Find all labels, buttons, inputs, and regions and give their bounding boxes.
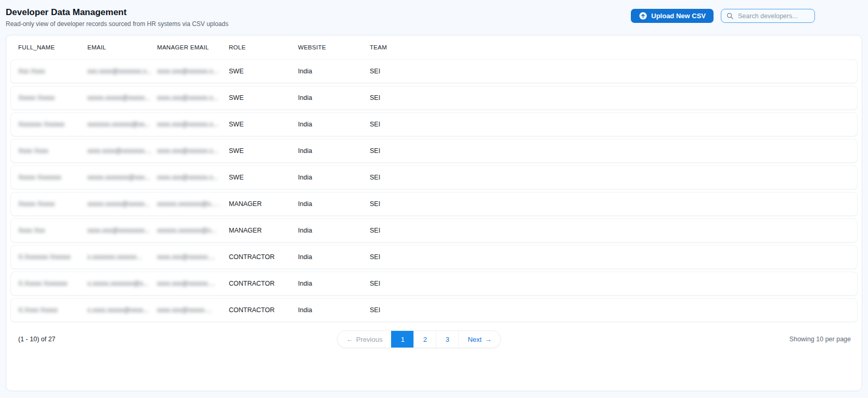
per-page-label: Showing 10 per page [747, 336, 851, 343]
cell-team: SEI [370, 147, 857, 155]
cell-manager-email-redacted: xxxx.xxx@xxxxxx.x... [157, 94, 229, 101]
cell-manager-email-redacted: xxxxxx.xxxxxxx@x... [157, 227, 229, 234]
table-header-row: FULL_NAME EMAIL MANAGER EMAIL ROLE WEBSI… [10, 35, 858, 59]
cell-website: India [298, 253, 370, 261]
cell-email-redacted: xxxxx.xxxxx@xxxxx... [87, 200, 157, 208]
cell-full-name-redacted: Xxxxx Xxxxx [18, 94, 87, 101]
cell-team: SEI [370, 227, 857, 234]
results-range-label: (1 - 10) of 27 [18, 336, 122, 343]
arrow-left-icon: ← [346, 336, 353, 343]
upload-csv-button[interactable]: Upload New CSV [631, 9, 714, 23]
cell-role: CONTRACTOR [229, 306, 298, 314]
cell-email-redacted: xxxx.xxx@xxxxxxxx... [87, 227, 157, 234]
column-header-email: EMAIL [87, 44, 157, 50]
pagination-page-1[interactable]: 1 [391, 331, 413, 348]
cell-full-name-redacted: X.Xxxx Xxxxx [18, 306, 87, 314]
cell-website: India [298, 147, 370, 155]
search-icon [726, 12, 734, 20]
cell-email-redacted: xxxx.xxxx@xxxxxxx.... [87, 147, 157, 155]
cell-email-redacted: xxxxxxx.xxxxxx@xx... [87, 121, 157, 128]
cell-manager-email-redacted: xxxx.xxx@xxxxxx.... [157, 253, 229, 261]
cell-full-name-redacted: Xxxx Xxxx [18, 147, 87, 155]
table-row: Xxxxxxx Xxxxxx xxxxxxx.xxxxxx@xx... xxxx… [10, 112, 858, 136]
cell-role: SWE [229, 147, 298, 155]
cell-role: CONTRACTOR [229, 253, 298, 261]
upload-icon [639, 11, 647, 20]
table-row: Xxxx Xxx xxxx.xxx@xxxxxxxx... xxxxxx.xxx… [10, 219, 858, 242]
column-header-full-name: FULL_NAME [18, 44, 87, 50]
table-row: Xxxxx Xxxxxxx xxxxx.xxxxxxx@xxx... xxxx.… [10, 165, 858, 189]
cell-full-name-redacted: Xxx Xxxx [18, 68, 87, 75]
cell-website: India [298, 200, 370, 208]
cell-team: SEI [370, 68, 857, 75]
developers-table-card: FULL_NAME EMAIL MANAGER EMAIL ROLE WEBSI… [6, 35, 862, 391]
cell-role: SWE [229, 121, 298, 128]
topbar: Developer Data Management Read-only view… [6, 0, 862, 28]
cell-manager-email-redacted: xxxx.xxx@xxxxxx.x... [157, 68, 229, 75]
pagination-page-2[interactable]: 2 [413, 331, 436, 348]
table-row: X.Xxxxxxx Xxxxxx x.xxxxxxx.xxxxxx... xxx… [10, 245, 858, 269]
cell-team: SEI [370, 94, 857, 101]
table-row: Xxx Xxxx xxx.xxxx@xxxxxxx.x... xxxx.xxx@… [10, 59, 858, 83]
page-title: Developer Data Management [6, 7, 228, 18]
cell-manager-email-redacted: xxxx.xxx@xxxxxx.... [157, 280, 229, 287]
cell-team: SEI [370, 280, 857, 287]
cell-website: India [298, 121, 370, 128]
table-row: X.Xxxxx Xxxxxxx x.xxxxx.xxxxxxx@x... xxx… [10, 272, 858, 296]
cell-website: India [298, 227, 370, 234]
cell-manager-email-redacted: xxxx.xxx@xxxxx.... [157, 306, 229, 314]
cell-full-name-redacted: Xxxxx Xxxxx [18, 200, 87, 208]
table-footer: (1 - 10) of 27 ← Previous 1 2 3 Next → S… [10, 330, 858, 348]
page-subtitle: Read-only view of developer records sour… [6, 20, 228, 28]
previous-label: Previous [356, 336, 383, 343]
table-row: Xxxxx Xxxxx xxxxx.xxxxx@xxxxx... xxxx.xx… [10, 86, 858, 110]
next-label: Next [468, 336, 482, 343]
page: Developer Data Management Read-only view… [0, 0, 868, 391]
cell-email-redacted: xxxxx.xxxxx@xxxxx... [87, 94, 157, 101]
cell-email-redacted: x.xxxxx.xxxxxxx@x... [87, 280, 157, 287]
table-row: Xxxxx Xxxxx xxxxx.xxxxx@xxxxx... xxxxxx.… [10, 192, 858, 216]
cell-role: MANAGER [229, 200, 298, 208]
cell-full-name-redacted: Xxxxx Xxxxxxx [18, 174, 87, 181]
cell-team: SEI [370, 174, 857, 181]
cell-website: India [298, 280, 370, 287]
cell-manager-email-redacted: xxxx.xxx@xxxxxx.x... [157, 121, 229, 128]
cell-team: SEI [370, 121, 857, 128]
arrow-right-icon: → [485, 336, 491, 343]
cell-manager-email-redacted: xxxx.xxx@xxxxxx.x... [157, 174, 229, 181]
column-header-role: ROLE [229, 44, 298, 50]
pagination-next-button[interactable]: Next → [458, 331, 500, 348]
table-row: X.Xxxx Xxxxx x.xxxx.xxxxx@xxxx... xxxx.x… [10, 298, 858, 322]
pagination-previous-button[interactable]: ← Previous [338, 331, 392, 348]
cell-role: SWE [229, 94, 298, 101]
cell-team: SEI [370, 253, 857, 261]
cell-team: SEI [370, 200, 857, 208]
cell-full-name-redacted: Xxxxxxx Xxxxxx [18, 121, 87, 128]
cell-full-name-redacted: Xxxx Xxx [18, 227, 87, 234]
column-header-manager-email: MANAGER EMAIL [157, 44, 229, 50]
cell-full-name-redacted: X.Xxxxx Xxxxxxx [18, 280, 87, 287]
table-row: Xxxx Xxxx xxxx.xxxx@xxxxxxx.... xxxx.xxx… [10, 139, 858, 163]
cell-email-redacted: x.xxxxxxx.xxxxxx... [87, 253, 157, 261]
cell-role: SWE [229, 174, 298, 181]
pagination-page-3[interactable]: 3 [436, 331, 458, 348]
cell-website: India [298, 174, 370, 181]
cell-role: SWE [229, 68, 298, 75]
cell-website: India [298, 306, 370, 314]
column-header-website: WEBSITE [298, 44, 370, 50]
cell-email-redacted: xxx.xxxx@xxxxxxx.x... [87, 68, 157, 75]
cell-role: MANAGER [229, 227, 298, 234]
cell-website: India [298, 94, 370, 101]
cell-website: India [298, 68, 370, 75]
cell-manager-email-redacted: xxxx.xxx@xxxxxx.x... [157, 147, 229, 155]
column-header-team: TEAM [370, 44, 858, 50]
pagination: ← Previous 1 2 3 Next → [337, 330, 501, 348]
upload-button-label: Upload New CSV [651, 12, 706, 20]
cell-manager-email-redacted: xxxxxx.xxxxxxx@x... . [157, 200, 229, 208]
cell-full-name-redacted: X.Xxxxxxx Xxxxxx [18, 253, 87, 261]
header-controls: Upload New CSV [631, 9, 815, 23]
cell-email-redacted: x.xxxx.xxxxx@xxxx... [87, 306, 157, 314]
search-box [721, 9, 815, 23]
search-input[interactable] [737, 12, 810, 20]
cell-team: SEI [370, 306, 857, 314]
